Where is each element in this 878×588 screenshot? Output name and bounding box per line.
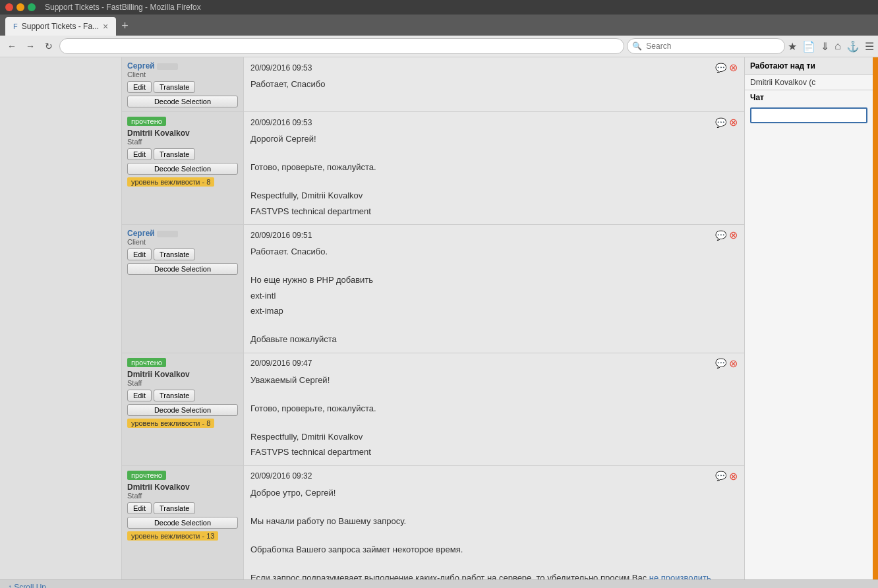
forward-button[interactable]: → (22, 38, 38, 54)
ticket-right: 20/09/2016 09:53 💬 ⊗ Дорогой Сергей!Гото… (244, 112, 744, 224)
comment-icon[interactable]: 💬 (715, 63, 726, 73)
url-bar[interactable] (59, 38, 624, 54)
maximize-button[interactable] (28, 3, 36, 11)
comment-icon[interactable]: 💬 (715, 358, 726, 368)
translate-button[interactable]: Translate (154, 390, 195, 401)
ticket-left: прочтено Dmitrii Kovalkov Staff Edit Tra… (122, 353, 244, 465)
tab-icon: F (13, 22, 18, 30)
status-badge: прочтено (127, 470, 238, 483)
ticket-role: Staff (127, 492, 238, 500)
message-line: FASTVPS technical department (250, 446, 738, 459)
ticket-date: 20/09/2016 09:32 (250, 471, 312, 481)
comment-icon[interactable]: 💬 (715, 230, 726, 241)
tab-label: Support Tickets - Fa... (22, 22, 99, 31)
shield-icon[interactable]: ⚓ (846, 40, 860, 53)
ticket-left: прочтено Dmitrii Kovalkov Staff Edit Tra… (122, 466, 244, 580)
search-wrapper: 🔍 (627, 38, 785, 54)
edit-button[interactable]: Edit (127, 81, 152, 93)
comment-icon[interactable]: 💬 (715, 471, 726, 481)
edit-button[interactable]: Edit (127, 502, 152, 514)
worker-name: Dmitrii Kovalkov (c (745, 75, 873, 90)
ticket-header: 20/09/2016 09:53 💬 ⊗ (250, 61, 738, 74)
main-layout: Сергей Client Edit Translate Decode Sele… (0, 57, 878, 579)
window-title: Support Tickets - FastBilling - Mozilla … (45, 3, 201, 12)
close-button[interactable] (5, 3, 13, 11)
action-buttons: Edit Translate (127, 390, 238, 401)
highlighted-text: не производить никаких действий с сервер… (250, 573, 711, 580)
message-line: Respectfully, Dmitrii Kovalkov (250, 189, 738, 202)
reader-view-icon[interactable]: 📄 (802, 40, 815, 53)
ticket-right: 20/09/2016 09:51 💬 ⊗ Работает. Спасибо.Н… (244, 225, 744, 353)
nav-bar: ← → ↻ 🔍 ★ 📄 ⇓ ⌂ ⚓ ☰ (0, 36, 878, 57)
content-area[interactable]: Сергей Client Edit Translate Decode Sele… (122, 57, 744, 579)
ticket-body: Уважаемый Сергей!Готово, проверьте, пожа… (250, 374, 738, 459)
comment-icon[interactable]: 💬 (715, 117, 726, 128)
bookmark-star-icon[interactable]: ★ (788, 40, 797, 53)
author-link[interactable]: Сергей (127, 61, 155, 71)
ticket-entry: прочтено Dmitrii Kovalkov Staff Edit Tra… (122, 112, 744, 225)
prochitano-label: прочтено (127, 358, 166, 367)
ticket-right: 20/09/2016 09:53 💬 ⊗ Работает, Спасибо (244, 57, 744, 111)
browser-chrome: Support Tickets - FastBilling - Mozilla … (0, 0, 878, 57)
prochitano-label: прочтено (127, 471, 166, 480)
tab-close-button[interactable]: × (103, 21, 108, 32)
ticket-header: 20/09/2016 09:32 💬 ⊗ (250, 470, 738, 483)
right-sidebar: Работают над ти Dmitrii Kovalkov (c Чат (744, 57, 873, 579)
tab-bar: F Support Tickets - Fa... × + (0, 15, 878, 36)
home-icon[interactable]: ⌂ (834, 40, 841, 52)
edit-button[interactable]: Edit (127, 148, 152, 160)
translate-button[interactable]: Translate (154, 148, 195, 160)
translate-button[interactable]: Translate (154, 249, 195, 260)
ticket-body: Дорогой Сергей!Готово, проверьте, пожалу… (250, 132, 738, 218)
decode-selection-button[interactable]: Decode Selection (127, 163, 238, 175)
scroll-up-bar[interactable]: ↑ Scroll Up (0, 579, 878, 588)
status-badge: прочтено (127, 116, 238, 129)
orange-scrollbar[interactable] (873, 57, 878, 579)
ticket-author: Сергей (127, 61, 238, 71)
message-line: Мы начали работу по Вашему запросу. (250, 515, 738, 528)
remove-icon[interactable]: ⊗ (729, 357, 738, 370)
ticket-right: 20/09/2016 09:47 💬 ⊗ Уважаемый Сергей!Го… (244, 353, 744, 465)
remove-icon[interactable]: ⊗ (729, 470, 738, 483)
message-line: Доброе утро, Сергей! (250, 486, 738, 500)
prochitano-label: прочтено (127, 117, 166, 126)
ticket-right: 20/09/2016 09:32 💬 ⊗ Доброе утро, Сергей… (244, 466, 744, 580)
ticket-body: Работает. Спасибо.Но еще нужно в PHP доб… (250, 245, 738, 346)
back-button[interactable]: ← (4, 38, 20, 54)
message-line: Если запрос подразумевает выполнение как… (250, 572, 738, 580)
decode-selection-button[interactable]: Decode Selection (127, 96, 238, 107)
refresh-button[interactable]: ↻ (41, 38, 57, 54)
remove-icon[interactable]: ⊗ (729, 229, 738, 241)
scroll-up-label: ↑ Scroll Up (8, 583, 46, 588)
remove-icon[interactable]: ⊗ (729, 61, 738, 74)
translate-button[interactable]: Translate (154, 81, 195, 93)
translate-button[interactable]: Translate (154, 502, 195, 514)
chat-input[interactable] (750, 107, 867, 123)
minimize-button[interactable] (16, 3, 24, 11)
action-buttons: Edit Translate (127, 148, 238, 160)
message-line: Добавьте пожалуйста (250, 333, 738, 346)
decode-selection-button[interactable]: Decode Selection (127, 263, 238, 275)
ticket-left: Сергей Client Edit Translate Decode Sele… (122, 57, 244, 111)
new-tab-button[interactable]: + (116, 16, 134, 36)
edit-button[interactable]: Edit (127, 249, 152, 260)
decode-selection-button[interactable]: Decode Selection (127, 404, 238, 416)
action-buttons: Edit Translate (127, 81, 238, 93)
remove-icon[interactable]: ⊗ (729, 116, 738, 129)
chat-label: Чат (745, 90, 873, 105)
download-icon[interactable]: ⇓ (821, 40, 829, 53)
menu-icon[interactable]: ☰ (865, 40, 874, 53)
author-link[interactable]: Сергей (127, 229, 155, 238)
search-input[interactable] (627, 38, 785, 54)
action-buttons: Edit Translate (127, 502, 238, 514)
active-tab[interactable]: F Support Tickets - Fa... × (5, 17, 116, 36)
edit-button[interactable]: Edit (127, 390, 152, 401)
ticket-left: прочтено Dmitrii Kovalkov Staff Edit Tra… (122, 112, 244, 224)
message-line: Работает. Спасибо. (250, 245, 738, 258)
ticket-body: Работает, Спасибо (250, 78, 738, 91)
decode-selection-button[interactable]: Decode Selection (127, 517, 238, 529)
message-line: FASTVPS technical department (250, 205, 738, 218)
ticket-left: Сергей Client Edit Translate Decode Sele… (122, 225, 244, 353)
message-line: Но еще нужно в PHP добавить (250, 274, 738, 287)
ticket-icons: 💬 ⊗ (715, 357, 738, 370)
